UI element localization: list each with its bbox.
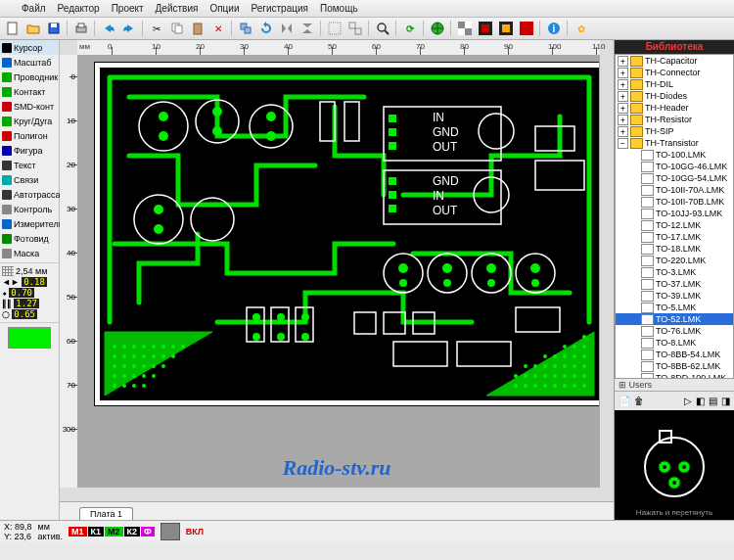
tree-item[interactable]: TO-10GG-46.LMK <box>616 161 733 172</box>
lib-add-icon[interactable]: 📄 <box>619 396 630 406</box>
component-preview[interactable]: Нажать и перетянуть <box>615 410 734 520</box>
delete-icon[interactable]: ✕ <box>208 20 227 38</box>
lib-ico3[interactable]: ◨ <box>721 396 730 406</box>
tree-item[interactable]: TO-76.LMK <box>616 325 733 337</box>
tool-Фигура[interactable]: Фигура <box>0 143 59 158</box>
tool-Контроль[interactable]: Контроль <box>0 202 59 216</box>
copy-icon[interactable] <box>167 20 186 38</box>
rotate-icon[interactable] <box>256 20 275 38</box>
tree-item[interactable]: TO-100.LMK <box>616 149 733 161</box>
tree-item[interactable]: TO-52.LMK <box>616 313 733 325</box>
tree-folder[interactable]: +TH-DIL <box>616 78 733 90</box>
duplicate-icon[interactable] <box>236 20 254 38</box>
layer-badge[interactable]: К1 <box>88 527 105 537</box>
print-icon[interactable] <box>71 20 90 38</box>
save-icon[interactable] <box>44 20 63 38</box>
paste-icon[interactable] <box>188 20 206 38</box>
menu-file[interactable]: Файл <box>16 2 52 15</box>
transparency-icon[interactable] <box>455 20 474 38</box>
menu-actions[interactable]: Действия <box>150 2 205 15</box>
svg-point-45 <box>132 364 136 368</box>
open-icon[interactable] <box>23 20 42 38</box>
tool-Связи[interactable]: Связи <box>0 172 59 187</box>
tree-folder[interactable]: +TH-Header <box>616 102 733 114</box>
menu-options[interactable]: Опции <box>204 2 245 15</box>
settings-icon[interactable]: ✿ <box>572 20 590 38</box>
tree-folder[interactable]: +TH-SIP <box>616 125 733 137</box>
pcb-board[interactable]: IN GND OUT GND IN OUT <box>95 63 600 405</box>
zoom-icon[interactable] <box>373 20 391 38</box>
active-color-swatch[interactable] <box>8 327 51 349</box>
new-icon[interactable] <box>3 20 22 38</box>
mirror-v-icon[interactable] <box>298 20 316 38</box>
menu-editor[interactable]: Редактор <box>52 2 106 15</box>
scrollbar-vertical[interactable] <box>599 55 614 488</box>
group-icon[interactable] <box>325 20 344 38</box>
tool-Проводник[interactable]: Проводник <box>0 70 59 84</box>
tool-Курсор[interactable]: Курсор <box>0 40 59 55</box>
svg-point-42 <box>171 354 175 358</box>
tool-Измеритель[interactable]: Измеритель <box>0 216 59 231</box>
menu-help[interactable]: Помощь <box>314 2 364 15</box>
tree-item[interactable]: TO-220.LMK <box>616 255 733 266</box>
lib-ico1[interactable]: ◧ <box>696 396 705 406</box>
tab-board-1[interactable]: Плата 1 <box>79 507 133 520</box>
mirror-h-icon[interactable] <box>277 20 296 38</box>
tree-folder[interactable]: +TH-Resistor <box>616 114 733 125</box>
tool-Полигон[interactable]: Полигон <box>0 128 59 143</box>
tree-item[interactable]: TO-18.LMK <box>616 243 733 255</box>
tree-item[interactable]: TO-39.LMK <box>616 290 733 302</box>
tool-Автотрасса[interactable]: Автотрасса <box>0 187 59 202</box>
cut-icon[interactable]: ✂ <box>147 20 165 38</box>
lib-delete-icon[interactable]: 🗑 <box>634 396 644 406</box>
layer-badge[interactable]: М1 <box>69 527 87 537</box>
undo-icon[interactable] <box>99 20 117 38</box>
layer-badge[interactable]: Ф <box>141 527 155 537</box>
tree-folder[interactable]: +TH-Capacitor <box>616 55 733 67</box>
tool-Масштаб[interactable]: Масштаб <box>0 55 59 70</box>
ungroup-icon[interactable] <box>345 20 364 38</box>
refresh-icon[interactable]: ⟳ <box>400 20 419 38</box>
layer-badge[interactable]: М2 <box>105 527 123 537</box>
tree-item[interactable]: TO-8BB-54.LMK <box>616 349 733 360</box>
tool-Контакт[interactable]: Контакт <box>0 84 59 99</box>
menu-item[interactable] <box>4 8 16 10</box>
layer-indicator[interactable]: М1К1М2К2Ф <box>69 527 155 537</box>
tree-item[interactable]: TO-8BB-62.LMK <box>616 360 733 372</box>
snap-icon[interactable] <box>161 523 180 540</box>
lib-ico2[interactable]: ▤ <box>709 396 717 406</box>
tree-folder[interactable]: +TH-Connector <box>616 67 733 78</box>
layer-icon-2[interactable] <box>496 20 515 38</box>
tree-item[interactable]: TO-5.LMK <box>616 302 733 313</box>
menu-registration[interactable]: Регистрация <box>246 2 314 15</box>
lib-play-icon[interactable]: ▷ <box>684 396 692 406</box>
layer-icon-1[interactable] <box>476 20 494 38</box>
tool-Круг/Дуга[interactable]: Круг/Дуга <box>0 114 59 128</box>
tree-item[interactable]: TO-12.LMK <box>616 219 733 231</box>
tree-item[interactable]: TO-3.LMK <box>616 266 733 278</box>
tree-folder[interactable]: +TH-Diodes <box>616 90 733 102</box>
tree-folder[interactable]: −TH-Transistor <box>616 137 733 149</box>
tree-item[interactable]: TO-10II-70A.LMK <box>616 184 733 196</box>
layer-icon-3[interactable] <box>517 20 535 38</box>
tree-item[interactable]: TO-8DD-100.LMK <box>616 372 733 379</box>
info-icon[interactable]: i <box>544 20 563 38</box>
scrollbar-horizontal[interactable] <box>77 487 600 501</box>
library-tree[interactable]: +TH-Capacitor+TH-Connector+TH-DIL+TH-Dio… <box>615 54 734 379</box>
tree-item[interactable]: TO-10II-70B.LMK <box>616 196 733 208</box>
tree-item[interactable]: TO-17.LMK <box>616 231 733 243</box>
globe-icon[interactable] <box>428 20 446 38</box>
tool-Фотовид[interactable]: Фотовид <box>0 231 59 246</box>
tool-Маска[interactable]: Маска <box>0 246 59 260</box>
pcb-canvas[interactable]: IN GND OUT GND IN OUT <box>77 55 600 488</box>
tree-item[interactable]: TO-37.LMK <box>616 278 733 290</box>
tree-item[interactable]: TO-10JJ-93.LMK <box>616 208 733 219</box>
tool-SMD-конт[interactable]: SMD-конт <box>0 99 59 114</box>
redo-icon[interactable] <box>119 20 138 38</box>
tree-item[interactable]: TO-10GG-54.LMK <box>616 172 733 184</box>
tool-Текст[interactable]: Текст <box>0 158 59 172</box>
layer-badge[interactable]: К2 <box>124 527 141 537</box>
tree-item[interactable]: TO-8.LMK <box>616 337 733 349</box>
library-users[interactable]: ⊞ Users <box>615 379 734 391</box>
menu-project[interactable]: Проект <box>106 2 150 15</box>
